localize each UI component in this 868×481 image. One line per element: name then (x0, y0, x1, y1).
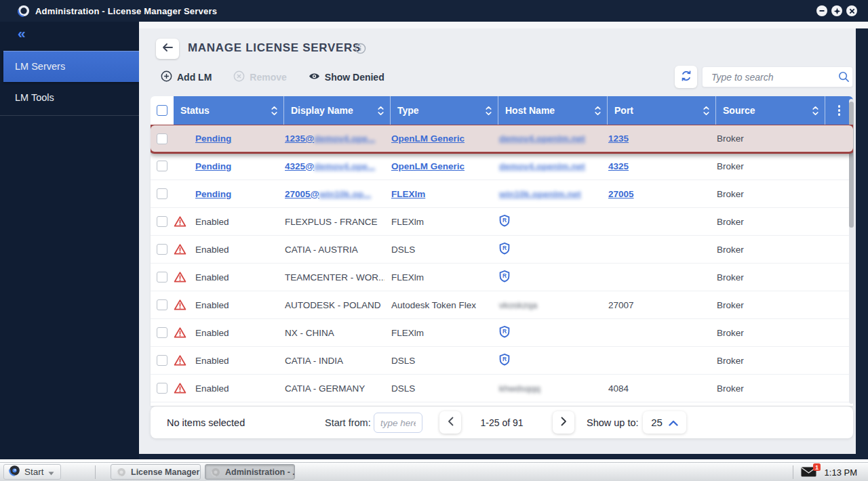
host-name-text[interactable]: demov4.openlm.net (499, 161, 585, 171)
table-row[interactable]: EnabledCATIA - GERMANYDSLSkhwdsqqq4084Br… (151, 375, 853, 402)
row-checkbox[interactable] (157, 299, 167, 310)
warning-icon (174, 299, 186, 311)
row-checkbox[interactable] (157, 272, 167, 283)
port-text[interactable]: 1235 (608, 133, 629, 144)
display-name-text[interactable]: 4325@demov4.ope... (285, 161, 375, 171)
column-header-type[interactable]: Type (391, 96, 498, 125)
svg-text:R: R (502, 328, 507, 335)
minimize-button[interactable] (816, 5, 827, 16)
display-name-text[interactable]: 27005@win10k.op... (285, 189, 371, 199)
maximize-button[interactable] (831, 5, 842, 16)
toolbar: Add LM Remove Show Denied (161, 66, 384, 88)
taskbar-task-license-manager[interactable]: License Manager -... (111, 464, 201, 480)
table-row[interactable]: Pending27005@win10k.op...FLEXlmwin10k.op… (151, 180, 853, 208)
row-menu-cell (819, 208, 847, 235)
type-text[interactable]: FLEXlm (391, 189, 425, 199)
row-checkbox[interactable] (157, 327, 167, 338)
table-row[interactable]: EnabledCATIA - INDIADSLSRBroker (151, 347, 853, 375)
table-row[interactable]: EnabledNX - CHINAFLEXlmRBroker (151, 319, 853, 347)
display-name-main: 4325@ (285, 161, 314, 171)
search-input[interactable] (703, 72, 838, 83)
sort-icon[interactable] (703, 105, 710, 117)
row-checkbox[interactable] (157, 188, 167, 199)
status-text[interactable]: Pending (195, 189, 231, 199)
sort-icon[interactable] (594, 105, 601, 117)
next-page-button[interactable] (553, 411, 574, 434)
column-header-status[interactable]: Status (174, 96, 284, 125)
row-checkbox[interactable] (157, 383, 167, 394)
sidebar-item-lm-servers[interactable]: LM Servers (3, 51, 139, 82)
select-all-checkbox[interactable] (157, 105, 167, 116)
host-name-text[interactable]: win10k.openlm.net (499, 189, 581, 199)
search-icon[interactable] (838, 71, 850, 83)
row-checkbox[interactable] (157, 161, 167, 171)
source-cell: Broker (710, 208, 819, 235)
type-text[interactable]: OpenLM Generic (391, 133, 465, 144)
table-row[interactable]: EnabledTEAMCENTER - WOR...FLEXlmRBroker (151, 264, 853, 291)
table-row[interactable]: Pending4325@demov4.ope...OpenLM Genericd… (151, 152, 853, 180)
app-logo-icon (211, 467, 220, 477)
row-checkbox[interactable] (157, 355, 167, 366)
mail-tray-button[interactable]: 1 (801, 467, 816, 480)
sidebar-divider (0, 115, 139, 116)
type-text[interactable]: OpenLM Generic (391, 161, 465, 171)
svg-text:R: R (502, 245, 507, 251)
type-cell: OpenLM Generic (384, 125, 492, 152)
row-checkbox[interactable] (157, 216, 167, 227)
refresh-button[interactable] (675, 66, 697, 88)
sidebar-item-lm-tools[interactable]: LM Tools (0, 82, 139, 113)
sort-icon[interactable] (377, 105, 384, 117)
table-row[interactable]: EnabledCATIA - AUSTRIADSLSRBroker (151, 236, 853, 264)
taskbar-task-administration[interactable]: Administration - ... (205, 464, 295, 480)
sort-icon[interactable] (485, 105, 492, 117)
add-lm-button[interactable]: Add LM (161, 70, 212, 84)
close-button[interactable] (846, 5, 857, 16)
row-checkbox-cell (151, 208, 167, 235)
row-checkbox[interactable] (157, 133, 167, 144)
source-cell: Broker (710, 319, 819, 346)
app-logo-icon (9, 465, 20, 479)
status-text: Enabled (195, 328, 229, 338)
table-row[interactable]: EnabledFLEXPLUS - FRANCEFLEXlmRBroker (151, 208, 853, 236)
info-icon[interactable] (355, 43, 366, 57)
column-header-port[interactable]: Port (608, 96, 716, 125)
column-header-source[interactable]: Source (716, 96, 825, 125)
row-checkbox[interactable] (157, 244, 167, 255)
sidebar-item-label: LM Servers (15, 61, 65, 72)
remove-button[interactable]: Remove (233, 70, 286, 84)
port-cell: 27005 (601, 180, 710, 207)
window-title: Administration - License Manager Servers (35, 6, 217, 16)
port-text[interactable]: 27005 (608, 189, 634, 199)
source-text: Broker (717, 328, 744, 338)
type-cell: FLEXlm (384, 180, 492, 207)
status-text[interactable]: Pending (195, 161, 231, 171)
start-button[interactable]: Start (3, 464, 61, 480)
show-denied-button[interactable]: Show Denied (309, 72, 384, 83)
taskbar-divider (793, 465, 793, 479)
host-name-text[interactable]: demov4.openlm.net (499, 133, 585, 144)
source-text: Broker (717, 189, 744, 199)
display-name-cell: CATIA - GERMANY (278, 375, 384, 402)
display-name-text[interactable]: 1235@demov4.ope... (285, 133, 375, 144)
back-button[interactable] (156, 39, 179, 59)
collapse-sidebar-icon[interactable]: « (18, 26, 26, 40)
column-header-display-name[interactable]: Display Name (284, 96, 391, 125)
scrollbar-thumb[interactable] (849, 102, 854, 228)
sort-icon[interactable] (812, 105, 819, 117)
start-from-input[interactable] (374, 413, 422, 433)
remote-shield-icon: R (499, 270, 510, 285)
port-text[interactable]: 4325 (608, 161, 629, 171)
previous-page-button[interactable] (439, 411, 461, 434)
remote-shield-icon: R (499, 214, 510, 229)
table-body: Pending1235@demov4.ope...OpenLM Genericd… (151, 125, 853, 406)
remove-label: Remove (250, 72, 286, 83)
page-size-select[interactable]: 25 (643, 411, 686, 434)
table-row[interactable]: EnabledAUTODESK - POLANDAutodesk Token F… (151, 291, 853, 319)
sort-icon[interactable] (271, 105, 278, 117)
source-cell: Broker (710, 125, 819, 152)
status-cell: Pending (167, 125, 278, 152)
column-header-host-name[interactable]: Host Name (498, 96, 608, 125)
table-row[interactable]: Pending1235@demov4.ope...OpenLM Genericd… (151, 125, 853, 154)
svg-text:R: R (502, 356, 507, 362)
status-text[interactable]: Pending (195, 133, 231, 144)
